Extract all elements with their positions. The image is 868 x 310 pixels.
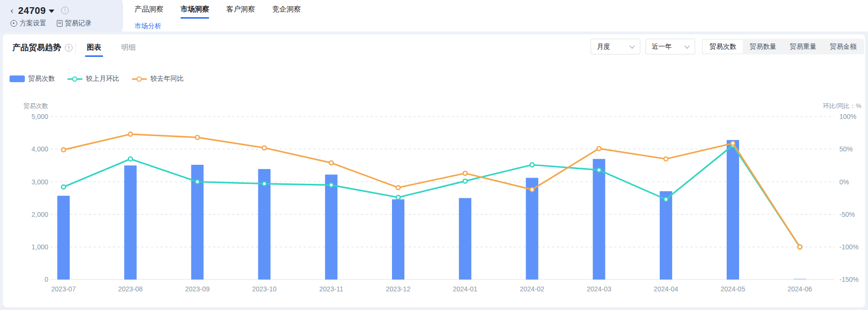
- svg-text:2024-05: 2024-05: [720, 285, 745, 293]
- back-icon[interactable]: ‹: [11, 6, 13, 16]
- svg-text:2023-09: 2023-09: [185, 285, 210, 293]
- svg-text:2024-04: 2024-04: [654, 285, 678, 293]
- svg-text:贸易次数: 贸易次数: [23, 102, 48, 109]
- plan-settings-button[interactable]: 方案设置: [11, 19, 46, 28]
- tab-customer-insight[interactable]: 客户洞察: [225, 4, 256, 20]
- main-tabs: 产品洞察 市场洞察 客户洞察 竞企洞察: [134, 4, 302, 20]
- metric-trade-count-button[interactable]: 贸易次数: [703, 40, 743, 53]
- trend-card: 产品贸易趋势 ! 图表 明细 月度 近一年 贸易次数 贸易数量 贸易重量 贸易金…: [3, 34, 865, 307]
- svg-text:环比/同比：%: 环比/同比：%: [823, 102, 862, 109]
- subtab-market-analysis[interactable]: 市场分析: [135, 22, 161, 31]
- legend-mom[interactable]: 较上月环比: [67, 75, 119, 83]
- svg-text:2024-06: 2024-06: [788, 285, 813, 293]
- svg-text:0: 0: [44, 276, 48, 283]
- svg-text:-50%: -50%: [839, 211, 855, 218]
- legend-trade-count[interactable]: 贸易次数: [10, 75, 55, 83]
- svg-text:2024-01: 2024-01: [453, 285, 478, 293]
- settings-target-icon: [11, 20, 17, 27]
- card-title-text: 产品贸易趋势: [12, 42, 61, 53]
- chevron-down-icon[interactable]: [49, 10, 54, 13]
- svg-text:1,000: 1,000: [32, 243, 48, 251]
- range-select[interactable]: 近一年: [646, 39, 695, 54]
- view-tab-detail[interactable]: 明细: [119, 41, 138, 59]
- svg-text:-100%: -100%: [839, 243, 858, 251]
- metric-trade-amount-button[interactable]: 贸易金额: [823, 40, 863, 53]
- svg-text:2024-03: 2024-03: [587, 285, 612, 293]
- svg-text:-150%: -150%: [839, 276, 858, 283]
- view-tabs: 图表 明细: [85, 41, 138, 59]
- legend-label: 较去年同比: [150, 75, 184, 83]
- select-chevron-icon: [629, 43, 635, 48]
- metric-button-group: 贸易次数 贸易数量 贸易重量 贸易金额: [702, 39, 864, 54]
- period-select[interactable]: 月度: [591, 39, 640, 54]
- tab-product-insight[interactable]: 产品洞察: [134, 4, 164, 20]
- trade-records-label: 贸易记录: [65, 19, 92, 28]
- top-bar: ‹ 24709 ! 方案设置 贸易记录 产品洞察 市场洞察 客户洞察 竞企洞察 …: [0, 0, 868, 32]
- header-divider: [122, 3, 123, 29]
- tab-market-insight[interactable]: 市场洞察: [180, 4, 210, 20]
- svg-text:2023-08: 2023-08: [118, 285, 143, 293]
- plan-id[interactable]: 24709: [18, 5, 46, 16]
- chart-legend: 贸易次数 较上月环比 较去年同比: [10, 75, 184, 83]
- info-icon[interactable]: !: [61, 7, 69, 14]
- svg-text:3,000: 3,000: [32, 178, 48, 186]
- metric-trade-weight-button[interactable]: 贸易重量: [783, 40, 823, 53]
- svg-text:2023-10: 2023-10: [252, 285, 277, 293]
- svg-text:2023-11: 2023-11: [319, 285, 344, 293]
- svg-text:4,000: 4,000: [32, 145, 48, 153]
- svg-text:100%: 100%: [839, 113, 857, 120]
- range-select-value: 近一年: [652, 43, 672, 51]
- svg-text:0%: 0%: [839, 178, 849, 186]
- title-info-icon[interactable]: !: [65, 44, 73, 52]
- title-divider: [75, 43, 76, 53]
- document-icon: [57, 20, 63, 27]
- svg-text:50%: 50%: [839, 145, 853, 153]
- svg-text:5,000: 5,000: [32, 113, 48, 120]
- svg-text:2024-02: 2024-02: [520, 285, 545, 293]
- bar-swatch-icon: [10, 75, 25, 82]
- line-dot-swatch-icon: [67, 78, 83, 80]
- plan-header: ‹ 24709 ! 方案设置 贸易记录: [0, 0, 122, 32]
- metric-trade-quantity-button[interactable]: 贸易数量: [743, 40, 783, 53]
- svg-text:2023-07: 2023-07: [51, 285, 76, 293]
- legend-label: 贸易次数: [28, 75, 55, 83]
- trade-records-button[interactable]: 贸易记录: [57, 19, 92, 28]
- plan-settings-label: 方案设置: [20, 19, 46, 28]
- legend-label: 较上月环比: [86, 75, 119, 83]
- svg-text:2,000: 2,000: [32, 211, 48, 218]
- view-tab-chart[interactable]: 图表: [85, 41, 103, 59]
- tab-competitor-insight[interactable]: 竞企洞察: [271, 4, 302, 20]
- select-chevron-icon: [684, 43, 689, 48]
- line-dot-swatch-icon: [132, 78, 147, 80]
- trade-trend-chart: 贸易次数环比/同比：%5,000100%4,00050%3,0000%2,000…: [3, 86, 865, 306]
- card-title: 产品贸易趋势 !: [12, 42, 73, 53]
- legend-yoy[interactable]: 较去年同比: [132, 75, 184, 83]
- period-select-value: 月度: [597, 43, 610, 51]
- svg-text:2023-12: 2023-12: [386, 285, 411, 293]
